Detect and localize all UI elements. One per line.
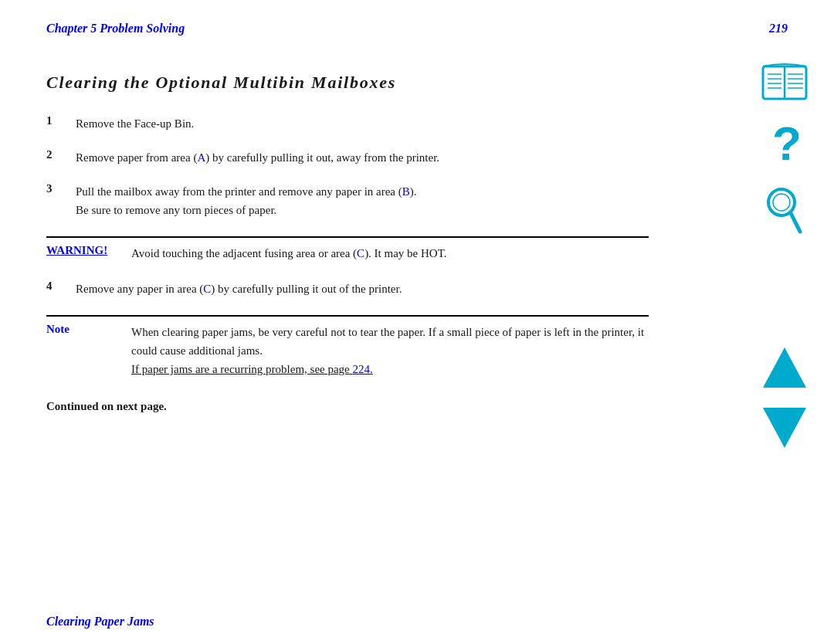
- step-list: 1 Remove the Face-up Bin. 2 Remove paper…: [46, 114, 649, 219]
- step-2: 2 Remove paper from area (A) by carefull…: [46, 148, 649, 167]
- svg-text:?: ?: [772, 117, 802, 170]
- link-C-warning[interactable]: C: [357, 247, 364, 259]
- svg-point-13: [773, 194, 790, 211]
- page-container: Chapter 5 Problem Solving 219 Clearing t…: [0, 0, 834, 644]
- svg-marker-15: [763, 408, 806, 448]
- step-2-text: Remove paper from area (A) by carefully …: [76, 148, 439, 167]
- book-icon[interactable]: [760, 62, 809, 103]
- step-3-number: 3: [46, 182, 71, 195]
- warning-block: WARNING! Avoid touching the adjacent fus…: [46, 236, 649, 263]
- question-icon[interactable]: ?: [764, 117, 805, 171]
- arrow-up-icon[interactable]: [760, 344, 809, 391]
- svg-line-12: [791, 213, 800, 232]
- link-A[interactable]: A: [197, 151, 205, 164]
- link-C-step4[interactable]: C: [203, 283, 211, 295]
- note-text: When clearing paper jams, be very carefu…: [131, 323, 649, 378]
- arrow-down-icon[interactable]: [760, 405, 809, 451]
- step-2-number: 2: [46, 148, 71, 161]
- header-chapter: Chapter 5 Problem Solving: [46, 22, 185, 36]
- footer: Clearing Paper Jams: [46, 615, 154, 629]
- step-list-4: 4 Remove any paper in area (C) by carefu…: [46, 280, 649, 298]
- step-4-number: 4: [46, 280, 71, 293]
- step-1-number: 1: [46, 114, 71, 127]
- step-3: 3 Pull the mailbox away from the printer…: [46, 182, 649, 219]
- step-4: 4 Remove any paper in area (C) by carefu…: [46, 280, 649, 298]
- step-4-text: Remove any paper in area (C) by carefull…: [76, 280, 402, 298]
- main-content: Clearing the Optional Multibin Mailboxes…: [0, 43, 695, 429]
- warning-text: Avoid touching the adjacent fusing area …: [131, 244, 446, 263]
- header: Chapter 5 Problem Solving 219: [0, 0, 834, 43]
- header-page: 219: [769, 22, 788, 36]
- footer-label: Clearing Paper Jams: [46, 615, 154, 628]
- note-underline-line: If paper jams are a recurring problem, s…: [131, 363, 373, 375]
- link-224[interactable]: 224: [353, 363, 371, 375]
- warning-label: WARNING!: [46, 244, 131, 257]
- main-title: Clearing the Optional Multibin Mailboxes: [46, 73, 649, 93]
- step-3-text: Pull the mailbox away from the printer a…: [76, 182, 417, 219]
- continued-text: Continued on next page.: [46, 400, 649, 413]
- link-B[interactable]: B: [402, 185, 410, 198]
- step-1-text: Remove the Face-up Bin.: [76, 114, 194, 133]
- magnifier-icon[interactable]: [764, 185, 805, 238]
- note-label: Note: [46, 323, 131, 336]
- sidebar-icons: ?: [760, 62, 809, 451]
- svg-marker-14: [763, 347, 806, 388]
- step-1: 1 Remove the Face-up Bin.: [46, 114, 649, 133]
- note-block: Note When clearing paper jams, be very c…: [46, 315, 649, 378]
